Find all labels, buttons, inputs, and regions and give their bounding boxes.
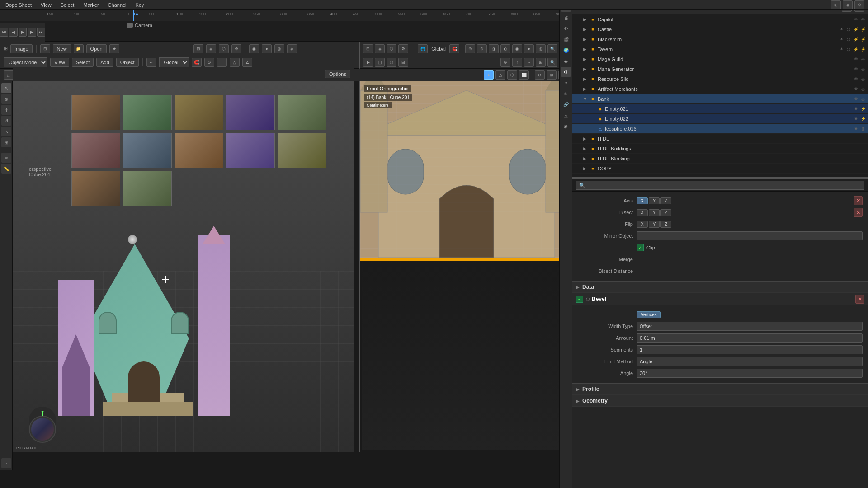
bisect-x-btn[interactable]: X <box>637 209 648 216</box>
main-3d-viewport[interactable]: erspective Cube.201 X Y Z POLYROAD <box>13 81 354 452</box>
rvp2-icon-3[interactable]: ⬡ <box>387 58 396 67</box>
rvp-s1[interactable]: ◑ <box>489 44 499 53</box>
empty022-vis-icon[interactable]: 👁 <box>853 116 859 122</box>
hdr-vp-icon-1[interactable]: ⊞ <box>193 44 203 53</box>
tool-scale[interactable]: ⤡ <box>1 127 11 136</box>
empty021-extra[interactable]: ⚡ <box>860 106 866 112</box>
tavern-extra-2[interactable]: ⚡ <box>860 46 866 52</box>
dots-icon[interactable]: ⋯ <box>217 58 227 67</box>
castle-vis-icon[interactable]: 👁 <box>838 26 844 33</box>
rvp-icon-4[interactable]: ⚙ <box>398 44 408 53</box>
bisect-z-btn[interactable]: Z <box>660 209 671 216</box>
rvp2-nav-2[interactable]: ↑ <box>512 58 522 67</box>
mageguild-render-icon[interactable]: ◎ <box>860 56 866 62</box>
outliner-item-tavern[interactable]: ▶ ■ Tavern 👁 ◎ ⚡ ⚡ <box>572 44 868 54</box>
props-particles-icon[interactable]: ✦ <box>561 78 571 88</box>
props-output-icon[interactable]: 🖨 <box>561 13 571 23</box>
hdr-vp-icon-3[interactable]: ⬡ <box>219 44 229 53</box>
tool-transform[interactable]: ⊞ <box>1 137 11 147</box>
timeline-playhead[interactable] <box>133 10 134 21</box>
bisect-close-btn[interactable]: ✕ <box>854 208 863 217</box>
bisect-y-btn[interactable]: Y <box>649 209 660 216</box>
object-mode-select[interactable]: Object Mode Edit Mode Sculpt Mode <box>4 57 47 67</box>
global-select[interactable]: Global Local <box>159 57 189 67</box>
rvp-s3[interactable]: ◉ <box>512 44 522 53</box>
bevel-modifier-header[interactable]: ✓ ⬡ Bevel ✕ <box>572 293 868 305</box>
tavern-vis-icon[interactable]: 👁 <box>838 46 844 52</box>
timeline-ruler[interactable]: -150 -100 -50 0 14 50 100 150 200 250 30… <box>0 10 572 21</box>
flip-y-btn[interactable]: Y <box>649 221 660 228</box>
rvp2-icon-2[interactable]: ◫ <box>375 58 385 67</box>
ressilo-render-icon[interactable]: ◎ <box>860 76 866 82</box>
rvp-icon-1[interactable]: ⊞ <box>363 44 373 53</box>
outliner-item-all[interactable]: ▶ ■ ALL <box>572 174 868 177</box>
blacksmith-extra-2[interactable]: ⚡ <box>860 36 866 42</box>
castle-render-icon[interactable]: ◎ <box>845 26 852 33</box>
image-btn[interactable]: Image <box>10 44 33 53</box>
top-icon-3[interactable]: ⚙ <box>854 0 864 9</box>
props-physics-icon[interactable]: ⚛ <box>561 89 571 99</box>
props-material-icon[interactable]: ◉ <box>561 121 571 131</box>
tool-rotate[interactable]: ↺ <box>1 116 11 126</box>
rvp-s4[interactable]: ● <box>524 44 534 53</box>
axis-y-btn[interactable]: Y <box>649 197 660 204</box>
outliner-item-castle[interactable]: ▶ ■ Castle 👁 ◎ ⚡ ⚡ <box>572 24 868 34</box>
bevel-vertices-btn[interactable]: Vertices <box>637 311 661 318</box>
hdr-icon-1[interactable]: ⊟ <box>40 44 50 53</box>
tl-face-icon[interactable]: ⬜ <box>519 70 529 80</box>
rvp-overlay[interactable]: ⊕ <box>465 44 475 53</box>
amount-value[interactable]: 0.01 m <box>637 333 863 343</box>
tl-color-icon[interactable]: ● <box>484 70 494 80</box>
top-icon-2[interactable]: ◈ <box>843 0 853 9</box>
hdr-vp-icon-2[interactable]: ◈ <box>206 44 216 53</box>
outliner-item-hide[interactable]: ▶ ■ HIDE <box>572 134 868 144</box>
select-btn[interactable]: Select <box>72 58 94 67</box>
rvp2-icon-4[interactable]: ⊞ <box>398 58 408 67</box>
angle-icon[interactable]: ∠ <box>242 58 252 67</box>
view-btn[interactable]: View <box>50 58 69 67</box>
snap-icon-2[interactable]: 🧲 <box>192 58 202 67</box>
limit-method-value[interactable]: Angle <box>637 357 863 366</box>
transform-icon[interactable]: ↔ <box>146 58 156 67</box>
add-btn[interactable]: Add <box>96 58 113 67</box>
artmerch-vis-icon[interactable]: 👁 <box>853 86 859 92</box>
props-world-icon[interactable]: 🌍 <box>561 45 571 55</box>
hdr-render[interactable]: ◎ <box>274 44 284 53</box>
props-scene-icon[interactable]: 🎬 <box>561 34 571 44</box>
outliner-item-capitol[interactable]: ▶ ■ Capitol 👁 ◎ <box>572 14 868 24</box>
outliner-item-icosphere[interactable]: △ Icosphere.016 👁 🗑 <box>572 124 868 134</box>
bevel-close-btn[interactable]: ✕ <box>855 295 864 304</box>
props-data-icon[interactable]: △ <box>561 110 571 120</box>
outliner-item-empty-022[interactable]: ◆ Empty.022 👁 ⚡ <box>572 114 868 124</box>
tool-select[interactable]: ↖ <box>1 83 11 93</box>
profile-section-header[interactable]: ▶ Profile <box>572 383 868 395</box>
rvp-global[interactable]: 🌐 <box>418 44 428 53</box>
castle-extra-1[interactable]: ⚡ <box>853 26 859 33</box>
castle-extra-2[interactable]: ⚡ <box>860 26 866 33</box>
axis-close-btn[interactable]: ✕ <box>854 196 863 205</box>
props-view-icon[interactable]: 👁 <box>561 23 571 33</box>
clip-checkbox[interactable]: ✓ <box>637 244 644 251</box>
capitol-render-icon[interactable]: ◎ <box>860 16 866 23</box>
outliner-item-copy[interactable]: ▶ ■ COPY <box>572 164 868 174</box>
tool-annotate[interactable]: ✏ <box>1 153 11 163</box>
bottom-texture-viewport[interactable] <box>359 258 572 452</box>
outliner-item-mage-guild[interactable]: ▶ ■ Mage Guild 👁 ◎ <box>572 54 868 64</box>
tavern-render-icon[interactable]: ◎ <box>845 46 852 52</box>
rvp2-nav-1[interactable]: ⊕ <box>500 58 510 67</box>
props-object-icon[interactable]: ◈ <box>561 56 571 66</box>
outliner-item-resource-silo[interactable]: ▶ ■ Resource Silo 👁 ◎ <box>572 74 868 84</box>
outliner-item-hide-blocking[interactable]: ▶ ■ HIDE Blocking <box>572 154 868 164</box>
menu-marker[interactable]: Marker <box>81 1 100 9</box>
segments-value[interactable]: 1 <box>637 345 863 354</box>
mirror-object-value[interactable] <box>637 231 863 240</box>
hdr-star[interactable]: ★ <box>109 44 119 53</box>
open-btn[interactable]: Open <box>86 44 107 53</box>
blacksmith-extra-1[interactable]: ⚡ <box>853 36 859 42</box>
hdr-solid[interactable]: ● <box>262 44 272 53</box>
tl-vert-icon[interactable]: △ <box>495 70 505 80</box>
tl-mode3-icon[interactable]: ⊞ <box>547 70 557 80</box>
prop-icon-2[interactable]: ⊙ <box>204 58 214 67</box>
tl-prop3-icon[interactable]: ⊙ <box>535 70 545 80</box>
vert-icon[interactable]: △ <box>230 58 240 67</box>
